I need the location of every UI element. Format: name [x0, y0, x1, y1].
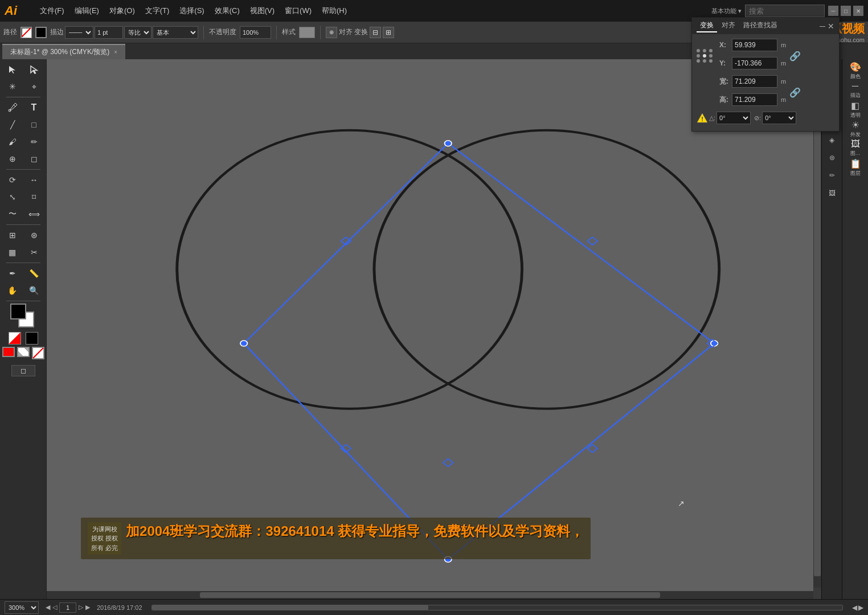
right-arrow-btn[interactable]: ▶ — [858, 604, 863, 612]
eraser-tool[interactable]: ◻ — [24, 151, 44, 167]
tools-btn1[interactable]: ⊕ — [326, 27, 337, 38]
slice-tool[interactable]: ✂ — [24, 244, 44, 260]
text-tool[interactable]: T — [24, 100, 44, 116]
symbols-panel-icon[interactable]: ⊛ — [824, 150, 840, 166]
appearance-panel-icon[interactable]: ◈ — [824, 132, 840, 148]
none-mode-btn[interactable] — [32, 347, 44, 359]
origin-dot-ml[interactable] — [697, 54, 700, 58]
x-input[interactable] — [732, 39, 777, 51]
menu-object[interactable]: 对象(O) — [105, 3, 140, 18]
rect-tool[interactable]: □ — [24, 117, 44, 133]
rotate-tool[interactable]: ⟳ — [2, 172, 23, 188]
wh-link-icon[interactable]: 🔗 — [789, 87, 801, 98]
menu-select[interactable]: 选择(S) — [175, 3, 208, 18]
document-tab[interactable]: 未标题-1* @ 300% (CMYK/预览) × — [2, 44, 125, 59]
image-icon[interactable]: 🖼 图… — [845, 139, 866, 157]
opacity-input[interactable] — [240, 26, 271, 39]
scroll-thumb-h[interactable] — [200, 592, 660, 598]
origin-dot-mc[interactable] — [703, 54, 706, 58]
draw-mode-btn[interactable]: ◻ — [11, 365, 35, 376]
maximize-button[interactable]: □ — [841, 6, 851, 16]
selection-tool[interactable] — [2, 62, 23, 77]
horizontal-scrollbar[interactable] — [47, 591, 813, 599]
stroke-width-input[interactable] — [95, 26, 123, 39]
gradient-mode-btn[interactable] — [17, 347, 30, 357]
stroke-dash-select[interactable]: 等比 — [124, 26, 152, 39]
scroll-thumb-v[interactable] — [814, 82, 821, 576]
panel-close-button[interactable]: ✕ — [828, 22, 834, 31]
search-input[interactable] — [745, 5, 825, 17]
canvas-area[interactable]: 为课网校 授权 授权 所有 必完 加2004班学习交流群：392641014 获… — [47, 59, 821, 599]
transparency-icon[interactable]: ◧ 透明 — [845, 100, 866, 118]
tab-align[interactable]: 对齐 — [718, 19, 739, 32]
origin-dot-bl[interactable] — [697, 59, 700, 63]
zoom-select[interactable]: 300% 100% 50% — [5, 601, 39, 614]
origin-dot-tr[interactable] — [709, 49, 713, 52]
shear-tool[interactable]: ⌑ — [24, 189, 44, 205]
minimize-button[interactable]: ─ — [828, 6, 838, 16]
magic-wand-tool[interactable]: ✳ — [2, 79, 23, 95]
swap-colors-icon[interactable] — [9, 332, 21, 345]
prev-btn2[interactable]: ◁ — [52, 604, 57, 611]
brushes-panel-icon[interactable]: ✏ — [824, 167, 840, 183]
outer-glow-icon[interactable]: ☀ 外发 — [845, 120, 866, 138]
transform-origin-grid[interactable] — [697, 49, 714, 63]
stroke-color-swatch[interactable] — [21, 27, 32, 38]
tab-close-button[interactable]: × — [114, 49, 117, 55]
graphic-styles-icon[interactable]: 🖼 — [824, 185, 840, 201]
lasso-tool[interactable]: ⌖ — [24, 79, 44, 95]
stroke-type-select[interactable]: ─── — [65, 26, 93, 39]
next-page-btn[interactable]: ▶ — [85, 604, 90, 611]
direct-selection-tool[interactable] — [24, 62, 44, 77]
artboard-tool[interactable]: ▦ — [2, 244, 23, 260]
pen-tool[interactable] — [2, 100, 23, 116]
width-tool[interactable]: ⟺ — [24, 206, 44, 222]
menu-file[interactable]: 文件(F) — [35, 3, 69, 18]
tools-btn3[interactable]: ⊞ — [383, 27, 394, 38]
h-input[interactable] — [732, 93, 777, 106]
link-icon[interactable]: 🔗 — [789, 51, 801, 62]
origin-dot-br[interactable] — [709, 59, 713, 63]
tools-btn2[interactable]: ⊟ — [370, 27, 381, 38]
stroke-icon[interactable]: ─ 描边 — [845, 81, 866, 99]
prev-page-btn[interactable]: ◀ — [46, 604, 50, 611]
stroke-profile-select[interactable]: 基本 — [153, 26, 198, 39]
line-tool[interactable]: ╱ — [2, 117, 23, 133]
tab-transform[interactable]: 变换 — [697, 19, 717, 32]
w-input[interactable] — [732, 75, 777, 88]
tab-pathfinder[interactable]: 路径查找器 — [740, 19, 781, 32]
menu-effect[interactable]: 效果(C) — [210, 3, 244, 18]
scale-tool[interactable]: ⤡ — [2, 189, 23, 205]
next-btn2[interactable]: ▷ — [79, 604, 83, 611]
page-input[interactable] — [59, 602, 76, 613]
rotate-select[interactable]: 0° — [716, 112, 751, 124]
symbol-tool[interactable]: ⊛ — [24, 227, 44, 243]
color-mode-btn[interactable] — [2, 347, 15, 357]
fill-color-swatch[interactable] — [35, 27, 47, 38]
scroll-bottom-btn[interactable] — [813, 588, 821, 599]
hand-tool[interactable]: ✋ — [2, 282, 23, 298]
origin-dot-tc[interactable] — [703, 49, 706, 52]
eyedropper-tool[interactable]: ✒ — [2, 265, 23, 281]
measure-tool[interactable]: 📏 — [24, 265, 44, 281]
brush-tool[interactable]: 🖌 — [2, 134, 23, 150]
origin-dot-tl[interactable] — [697, 49, 700, 52]
blob-brush[interactable]: ⊕ — [2, 151, 23, 167]
left-arrow-btn[interactable]: ◀ — [852, 604, 857, 612]
zoom-tool[interactable]: 🔍 — [24, 282, 44, 298]
warp-tool[interactable]: 〜 — [2, 206, 23, 222]
shear-select[interactable]: 0° — [762, 112, 796, 124]
layers-icon[interactable]: 📋 图层 — [845, 158, 866, 177]
origin-dot-bc[interactable] — [703, 59, 706, 63]
vertical-scrollbar[interactable] — [813, 59, 821, 599]
menu-window[interactable]: 窗口(W) — [280, 3, 316, 18]
reflect-tool[interactable]: ↔ — [24, 172, 44, 188]
foreground-color[interactable] — [10, 304, 26, 319]
color-icon[interactable]: 🎨 颜色 — [845, 62, 866, 80]
y-input[interactable] — [732, 57, 777, 69]
column-graph-tool[interactable]: ⊞ — [2, 227, 23, 243]
panel-minimize-button[interactable]: ─ — [820, 22, 825, 31]
menu-view[interactable]: 视图(V) — [245, 3, 279, 18]
pencil-tool[interactable]: ✏ — [24, 134, 44, 150]
menu-text[interactable]: 文字(T) — [141, 3, 174, 18]
